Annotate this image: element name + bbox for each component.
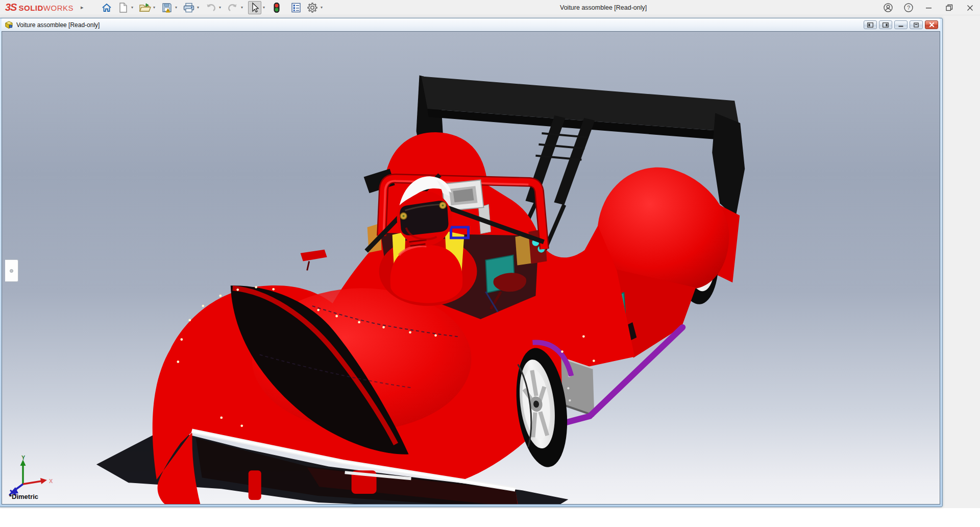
options-button[interactable] [306, 1, 319, 14]
new-document-dropdown[interactable]: ▾ [130, 1, 135, 14]
svg-text:?: ? [907, 5, 910, 11]
document-window: Voiture assomblee [Read-only] [0, 18, 943, 507]
document-window-buttons [864, 20, 938, 29]
account-icon [883, 3, 893, 13]
doc-restore-icon [913, 22, 919, 28]
print-dropdown[interactable]: ▾ [195, 1, 201, 14]
logo-works: WORKS [43, 4, 74, 12]
rebuild-traffic-light-icon [273, 2, 280, 13]
select-dropdown[interactable]: ▾ [261, 1, 267, 14]
select-button[interactable] [248, 1, 261, 14]
pane-toggle-left-button[interactable] [864, 20, 877, 29]
doc-close-button[interactable] [925, 20, 938, 29]
redo-button[interactable] [226, 1, 239, 14]
triad-y-label: Y [21, 454, 26, 461]
new-document-icon [118, 2, 128, 13]
doc-close-icon [929, 22, 935, 27]
file-properties-button[interactable] [289, 1, 303, 14]
splitter-dot-icon [10, 269, 13, 273]
pane-toggle-right-button[interactable] [879, 20, 892, 29]
redo-dropdown[interactable]: ▾ [239, 1, 245, 14]
account-button[interactable] [878, 0, 898, 15]
pane-toggle-right-icon [883, 22, 889, 28]
home-icon [101, 2, 112, 13]
view-orientation-label: *Dimetric [9, 493, 38, 500]
toolbar-flyout-arrow[interactable]: ▸ [81, 4, 84, 11]
save-button[interactable] [160, 1, 174, 14]
select-arrow-icon [249, 2, 260, 13]
open-dropdown[interactable]: ▾ [152, 1, 157, 14]
restore-button[interactable] [939, 0, 960, 15]
save-icon [161, 2, 173, 13]
doc-restore-button[interactable] [910, 20, 923, 29]
options-dropdown[interactable]: ▾ [319, 1, 325, 14]
minimize-icon [926, 5, 932, 11]
document-titlebar[interactable]: Voiture assomblee [Read-only] [2, 18, 940, 31]
restore-icon [946, 4, 953, 11]
rebuild-button[interactable] [270, 1, 283, 14]
document-title: Voiture assomblee [Read-only] [16, 21, 864, 29]
logo-3s: 3S [5, 2, 16, 13]
undo-dropdown[interactable]: ▾ [217, 1, 223, 14]
open-icon [139, 2, 151, 13]
feature-pane-splitter-handle[interactable] [5, 259, 18, 282]
main-toolbar: 3S SOLID WORKS ▸ ▾ ▾ [0, 0, 980, 15]
undo-icon [205, 2, 216, 13]
open-button[interactable] [138, 1, 152, 14]
solidworks-logo: 3S SOLID WORKS [5, 2, 74, 13]
race-car-model[interactable] [2, 32, 940, 504]
logo-solid: SOLID [18, 4, 43, 12]
home-button[interactable] [100, 1, 113, 14]
app-title: Voiture assomblee [Read-only] [560, 0, 647, 15]
file-properties-icon [290, 2, 302, 13]
triad-x-label: X [49, 478, 53, 484]
doc-minimize-button[interactable] [894, 20, 908, 29]
doc-minimize-icon [898, 22, 904, 28]
new-document-button[interactable] [116, 1, 130, 14]
close-icon [967, 5, 973, 11]
assembly-icon [5, 21, 13, 29]
undo-button[interactable] [204, 1, 217, 14]
toolbar-buttons: ▾ ▾ ▾ [100, 0, 328, 15]
mdi-area: Voiture assomblee [Read-only] [0, 15, 980, 508]
left-winglet [301, 250, 327, 261]
help-button[interactable]: ? [898, 0, 919, 15]
minimize-button[interactable] [919, 0, 939, 15]
pane-toggle-left-icon [867, 22, 873, 28]
options-gear-icon [307, 2, 318, 13]
print-icon [183, 2, 195, 13]
print-button[interactable] [182, 1, 195, 14]
save-dropdown[interactable]: ▾ [174, 1, 179, 14]
close-button[interactable] [960, 0, 980, 15]
redo-icon [227, 2, 238, 13]
window-controls: ? [878, 0, 980, 15]
graphics-viewport[interactable]: Y X *Dimetric [2, 31, 940, 505]
help-icon: ? [903, 3, 914, 13]
